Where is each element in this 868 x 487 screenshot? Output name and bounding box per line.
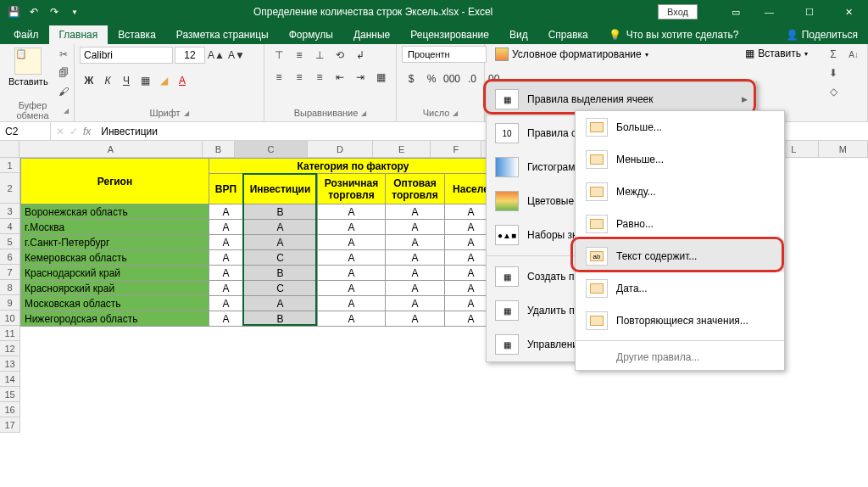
hdr-inv[interactable]: Инвестиции bbox=[243, 174, 318, 204]
fx-icon[interactable]: fx bbox=[83, 126, 91, 137]
row-head[interactable]: 4 bbox=[0, 219, 20, 234]
row-head[interactable]: 14 bbox=[0, 372, 20, 387]
row-head[interactable]: 8 bbox=[0, 280, 20, 295]
rule-duplicate[interactable]: Повторяющиеся значения... bbox=[576, 305, 784, 337]
increase-decimal-icon[interactable]: .0 bbox=[463, 70, 481, 88]
redo-icon[interactable]: ↷ bbox=[47, 5, 61, 19]
align-left-icon[interactable]: ≡ bbox=[270, 68, 288, 87]
hdr-region[interactable]: Регион bbox=[21, 159, 209, 204]
align-right-icon[interactable]: ≡ bbox=[310, 68, 329, 87]
col-head-M[interactable]: M bbox=[819, 141, 868, 157]
cancel-formula-icon[interactable]: ✕ bbox=[56, 126, 64, 137]
name-box[interactable]: C2 bbox=[0, 122, 51, 140]
row-head[interactable]: 3 bbox=[0, 204, 20, 219]
qat-customize-icon[interactable]: ▼ bbox=[68, 5, 81, 19]
col-head-A[interactable]: A bbox=[19, 141, 202, 157]
hdr-retail[interactable]: Розничная торговля bbox=[318, 174, 386, 204]
number-launcher-icon[interactable]: ◢ bbox=[453, 109, 458, 117]
ribbon-options-icon[interactable]: ▭ bbox=[723, 0, 748, 24]
share-button[interactable]: 👤Поделиться bbox=[776, 25, 868, 44]
hdr-vrp[interactable]: ВРП bbox=[209, 174, 243, 204]
data-table[interactable]: Регион Категория по фактору ВРП Инвестиц… bbox=[20, 158, 498, 327]
increase-indent-icon[interactable]: ⇥ bbox=[351, 68, 370, 87]
cut-icon[interactable]: ✂ bbox=[55, 46, 72, 63]
borders-icon[interactable]: ▦ bbox=[136, 71, 154, 90]
col-head-C[interactable]: C bbox=[235, 141, 307, 157]
row-head[interactable]: 2 bbox=[0, 173, 20, 204]
minimize-button[interactable]: — bbox=[750, 0, 788, 24]
row-head[interactable]: 7 bbox=[0, 265, 20, 280]
format-painter-icon[interactable]: 🖌 bbox=[55, 83, 72, 100]
font-launcher-icon[interactable]: ◢ bbox=[184, 109, 189, 117]
increase-font-icon[interactable]: A▲ bbox=[207, 46, 225, 64]
row-head[interactable]: 6 bbox=[0, 249, 20, 265]
align-top-icon[interactable]: ⊤ bbox=[270, 46, 288, 64]
decrease-indent-icon[interactable]: ⇤ bbox=[331, 68, 349, 87]
wrap-text-icon[interactable]: ↲ bbox=[351, 46, 370, 64]
col-head-E[interactable]: E bbox=[373, 141, 431, 157]
row-head[interactable]: 16 bbox=[0, 402, 20, 417]
bold-button[interactable]: Ж bbox=[80, 71, 98, 90]
row-head[interactable]: 15 bbox=[0, 387, 20, 402]
rule-text-contains[interactable]: abТекст содержит... bbox=[576, 240, 784, 272]
tab-file[interactable]: Файл bbox=[3, 25, 49, 44]
select-all-corner[interactable] bbox=[0, 141, 19, 157]
hdr-category[interactable]: Категория по фактору bbox=[209, 159, 498, 174]
align-launcher-icon[interactable]: ◢ bbox=[361, 109, 366, 117]
row-head[interactable]: 17 bbox=[0, 417, 20, 433]
conditional-formatting-button[interactable]: Условное форматирование▾ bbox=[490, 46, 654, 63]
close-button[interactable]: ✕ bbox=[830, 0, 868, 24]
rule-equal-to[interactable]: Равно... bbox=[576, 208, 784, 240]
rule-more-rules[interactable]: Другие правила... bbox=[576, 344, 784, 370]
fill-color-icon[interactable]: ◢ bbox=[154, 71, 173, 90]
percent-icon[interactable]: % bbox=[422, 70, 441, 88]
align-bottom-icon[interactable]: ⊥ bbox=[310, 46, 329, 64]
rule-less-than[interactable]: Меньше... bbox=[576, 143, 784, 176]
copy-icon[interactable]: 🗐 bbox=[55, 64, 72, 81]
currency-icon[interactable]: $ bbox=[402, 70, 420, 88]
autosum-icon[interactable]: Σ bbox=[825, 46, 842, 63]
undo-icon[interactable]: ↶ bbox=[27, 5, 41, 19]
font-color-icon[interactable]: A bbox=[173, 71, 192, 90]
orientation-icon[interactable]: ⟲ bbox=[331, 46, 349, 64]
tab-insert[interactable]: Вставка bbox=[108, 25, 166, 44]
tab-formulas[interactable]: Формулы bbox=[279, 25, 343, 44]
rule-date[interactable]: Дата... bbox=[576, 272, 784, 305]
number-format-select[interactable]: Процентн bbox=[402, 46, 487, 63]
col-head-D[interactable]: D bbox=[308, 141, 374, 157]
row-head[interactable]: 13 bbox=[0, 356, 20, 372]
row-head[interactable]: 11 bbox=[0, 326, 20, 341]
font-name-select[interactable]: Calibri bbox=[80, 47, 173, 64]
insert-cells-button[interactable]: ▦Вставить▾ bbox=[740, 46, 813, 61]
col-head-B[interactable]: B bbox=[203, 141, 236, 157]
enter-formula-icon[interactable]: ✓ bbox=[70, 126, 78, 137]
tab-data[interactable]: Данные bbox=[343, 25, 400, 44]
tab-review[interactable]: Рецензирование bbox=[400, 25, 499, 44]
maximize-button[interactable]: ☐ bbox=[790, 0, 828, 24]
row-head[interactable]: 9 bbox=[0, 295, 20, 311]
clipboard-launcher-icon[interactable]: ◢ bbox=[64, 107, 69, 115]
tab-help[interactable]: Справка bbox=[538, 25, 598, 44]
row-head[interactable]: 1 bbox=[0, 158, 20, 173]
rule-greater-than[interactable]: Больше... bbox=[576, 111, 784, 143]
merge-icon[interactable]: ▦ bbox=[371, 68, 390, 87]
tab-view[interactable]: Вид bbox=[499, 25, 538, 44]
comma-icon[interactable]: 000 bbox=[442, 70, 461, 88]
font-size-select[interactable]: 12 bbox=[175, 47, 205, 64]
italic-button[interactable]: К bbox=[98, 71, 117, 90]
row-head[interactable]: 5 bbox=[0, 234, 20, 249]
paste-button[interactable]: 📋 Вставить bbox=[5, 46, 52, 88]
col-head-F[interactable]: F bbox=[431, 141, 481, 157]
signin-button[interactable]: Вход bbox=[658, 4, 698, 20]
clear-icon[interactable]: ◇ bbox=[825, 83, 842, 100]
fill-icon[interactable]: ⬇ bbox=[825, 64, 842, 81]
rule-between[interactable]: Между... bbox=[576, 176, 784, 208]
row-head[interactable]: 12 bbox=[0, 341, 20, 356]
tab-home[interactable]: Главная bbox=[49, 25, 108, 44]
decrease-font-icon[interactable]: A▼ bbox=[227, 46, 246, 64]
underline-button[interactable]: Ч bbox=[117, 71, 136, 90]
align-middle-icon[interactable]: ≡ bbox=[290, 46, 309, 64]
hdr-whole[interactable]: Оптовая торговля bbox=[386, 174, 445, 204]
save-icon[interactable]: 💾 bbox=[7, 5, 20, 19]
align-center-icon[interactable]: ≡ bbox=[290, 68, 309, 87]
